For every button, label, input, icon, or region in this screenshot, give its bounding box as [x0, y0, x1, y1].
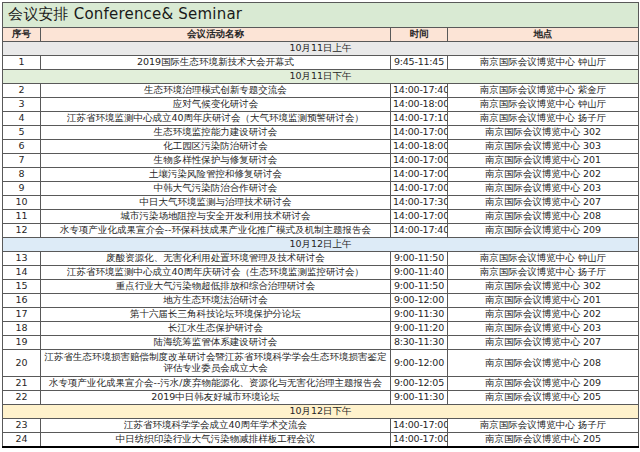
- time-cell: 9:00-12:05: [391, 377, 448, 391]
- row-number-cell: 20: [3, 350, 41, 377]
- section-header-row: 10月11日下午: [3, 70, 639, 84]
- event-name-cell: 废酸资源化、无害化利用处置环境管理及技术研讨会: [41, 252, 391, 266]
- row-number-cell: 21: [3, 377, 41, 391]
- row-number-cell: 4: [3, 112, 41, 126]
- event-name-cell: 生态环境治理模式创新专题交流会: [41, 84, 391, 98]
- column-header-row: 序号 会议活动名称 时间 地点: [3, 28, 639, 42]
- table-row: 20江苏省生态环境损害赔偿制度改革研讨会暨江苏省环境科学学会生态环境损害鉴定评估…: [3, 350, 639, 377]
- time-cell: 14:00-17:00: [391, 210, 448, 224]
- table-row: 23江苏省环境科学学会成立40周年学术交流会14:00-17:00南京国际会议博…: [3, 419, 639, 433]
- event-name-cell: 应对气候变化研讨会: [41, 98, 391, 112]
- time-cell: 8:30-11:30: [391, 336, 448, 350]
- event-name-cell: 2019中日韩友好城市环境论坛: [41, 391, 391, 405]
- location-cell: 南京国际会议博览中心 扬子厅: [448, 266, 639, 280]
- location-cell: 南京国际会议博览中心 209: [448, 377, 639, 391]
- location-cell: 南京国际会议博览中心 扬子厅: [448, 419, 639, 433]
- event-name-cell: 江苏省环境监测中心成立40周年庆研讨会（生态环境监测监控研讨会）: [41, 266, 391, 280]
- section-header-label: 10月11日上午: [3, 42, 639, 56]
- location-cell: 南京国际会议博览中心 208: [448, 210, 639, 224]
- time-cell: 14:00-17:30: [391, 196, 448, 210]
- table-row: 5生态环境监控能力建设研讨会14:00-17:00南京国际会议博览中心 302: [3, 126, 639, 140]
- col-header-no: 序号: [3, 28, 41, 42]
- location-cell: 南京国际会议博览中心 钟山厅: [448, 56, 639, 70]
- section-header-label: 10月12日上午: [3, 238, 639, 252]
- row-number-cell: 16: [3, 294, 41, 308]
- time-cell: 14:00-17:10: [391, 112, 448, 126]
- location-cell: 南京国际会议博览中心 201: [448, 154, 639, 168]
- table-row: 24中日纺织印染行业大气污染物减排样板工程会议14:00-17:00南京国际会议…: [3, 433, 639, 448]
- location-cell: 南京国际会议博览中心 203: [448, 182, 639, 196]
- location-cell: 南京国际会议博览中心 203: [448, 322, 639, 336]
- event-name-cell: 陆海统筹监管体系建设研讨会: [41, 336, 391, 350]
- row-number-cell: 12: [3, 224, 41, 238]
- time-cell: 14:00-18:00: [391, 140, 448, 154]
- row-number-cell: 10: [3, 196, 41, 210]
- location-cell: 南京国际会议博览中心 302: [448, 280, 639, 294]
- row-number-cell: 2: [3, 84, 41, 98]
- row-number-cell: 1: [3, 56, 41, 70]
- table-row: 11城市污染场地阻控与安全开发利用技术研讨会14:00-17:00南京国际会议博…: [3, 210, 639, 224]
- table-row: 15重点行业大气污染物超低排放和综合治理研讨会9:00-11:50南京国际会议博…: [3, 280, 639, 294]
- time-cell: 14:00-17:00: [391, 419, 448, 433]
- table-row: 2生态环境治理模式创新专题交流会14:00-17:40南京国际会议博览中心 紫金…: [3, 84, 639, 98]
- table-row: 13废酸资源化、无害化利用处置环境管理及技术研讨会9:00-11:50南京国际会…: [3, 252, 639, 266]
- time-cell: 14:00-17:00: [391, 433, 448, 448]
- schedule-body: 10月11日上午12019国际生态环境新技术大会开幕式9:45-11:45南京国…: [3, 42, 639, 448]
- table-row: 7生物多样性保护与修复研讨会14:00-17:00南京国际会议博览中心 201: [3, 154, 639, 168]
- section-header-row: 10月11日上午: [3, 42, 639, 56]
- time-cell: 9:00-11:30: [391, 308, 448, 322]
- table-row: 19陆海统筹监管体系建设研讨会8:30-11:30南京国际会议博览中心 207: [3, 336, 639, 350]
- col-header-location: 地点: [448, 28, 639, 42]
- location-cell: 南京国际会议博览中心 202: [448, 168, 639, 182]
- row-number-cell: 5: [3, 126, 41, 140]
- event-name-cell: 城市污染场地阻控与安全开发利用技术研讨会: [41, 210, 391, 224]
- event-name-cell: 2019国际生态环境新技术大会开幕式: [41, 56, 391, 70]
- table-row: 3应对气候变化研讨会14:00-18:00南京国际会议博览中心 钟山厅: [3, 98, 639, 112]
- row-number-cell: 11: [3, 210, 41, 224]
- location-cell: 南京国际会议博览中心 202: [448, 308, 639, 322]
- section-header-row: 10月12日下午: [3, 405, 639, 419]
- event-name-cell: 中韩大气污染防治合作研讨会: [41, 182, 391, 196]
- event-name-cell: 水专项产业化成果宣介会--环保科技成果产业化推广模式及机制主题报告会: [41, 224, 391, 238]
- time-cell: 14:00-17:00: [391, 154, 448, 168]
- table-row: 17第十六届长三角科技论坛环境保护分论坛9:00-11:30南京国际会议博览中心…: [3, 308, 639, 322]
- conference-schedule-table: 会议安排 Conference& Seminar 序号 会议活动名称 时间 地点…: [2, 2, 639, 448]
- event-name-cell: 生态环境监控能力建设研讨会: [41, 126, 391, 140]
- table-row: 10中日大气环境监测与治理技术研讨会14:00-17:30南京国际会议博览中心 …: [3, 196, 639, 210]
- event-name-cell: 地方生态环境法治研讨会: [41, 294, 391, 308]
- table-row: 222019中日韩友好城市环境论坛9:00-11:30南京国际会议博览中心 20…: [3, 391, 639, 405]
- location-cell: 南京国际会议博览中心 205: [448, 391, 639, 405]
- location-cell: 南京国际会议博览中心 钟山厅: [448, 98, 639, 112]
- time-cell: 14:00-17:40: [391, 84, 448, 98]
- table-row: 12019国际生态环境新技术大会开幕式9:45-11:45南京国际会议博览中心 …: [3, 56, 639, 70]
- row-number-cell: 7: [3, 154, 41, 168]
- event-name-cell: 重点行业大气污染物超低排放和综合治理研讨会: [41, 280, 391, 294]
- event-name-cell: 江苏省生态环境损害赔偿制度改革研讨会暨江苏省环境科学学会生态环境损害鉴定评估专业…: [41, 350, 391, 377]
- row-number-cell: 24: [3, 433, 41, 448]
- section-header-label: 10月12日下午: [3, 405, 639, 419]
- row-number-cell: 17: [3, 308, 41, 322]
- location-cell: 南京国际会议博览中心 207: [448, 336, 639, 350]
- section-header-row: 10月12日上午: [3, 238, 639, 252]
- col-header-time: 时间: [391, 28, 448, 42]
- event-name-cell: 中日大气环境监测与治理技术研讨会: [41, 196, 391, 210]
- event-name-cell: 化工园区污染防治研讨会: [41, 140, 391, 154]
- time-cell: 9:00-11:50: [391, 280, 448, 294]
- table-row: 14江苏省环境监测中心成立40周年庆研讨会（生态环境监测监控研讨会）9:00-1…: [3, 266, 639, 280]
- row-number-cell: 19: [3, 336, 41, 350]
- row-number-cell: 9: [3, 182, 41, 196]
- event-name-cell: 第十六届长三角科技论坛环境保护分论坛: [41, 308, 391, 322]
- section-header-label: 10月11日下午: [3, 70, 639, 84]
- row-number-cell: 14: [3, 266, 41, 280]
- location-cell: 南京国际会议博览中心 钟山厅: [448, 252, 639, 266]
- row-number-cell: 23: [3, 419, 41, 433]
- location-cell: 南京国际会议博览中心 303: [448, 140, 639, 154]
- row-number-cell: 13: [3, 252, 41, 266]
- location-cell: 南京国际会议博览中心 扬子厅: [448, 112, 639, 126]
- page-title: 会议安排 Conference& Seminar: [3, 3, 639, 28]
- event-name-cell: 江苏省环境科学学会成立40周年学术交流会: [41, 419, 391, 433]
- table-row: 16地方生态环境法治研讨会9:00-12:00南京国际会议博览中心 201: [3, 294, 639, 308]
- time-cell: 14:00-18:00: [391, 98, 448, 112]
- location-cell: 南京国际会议博览中心 201: [448, 294, 639, 308]
- row-number-cell: 22: [3, 391, 41, 405]
